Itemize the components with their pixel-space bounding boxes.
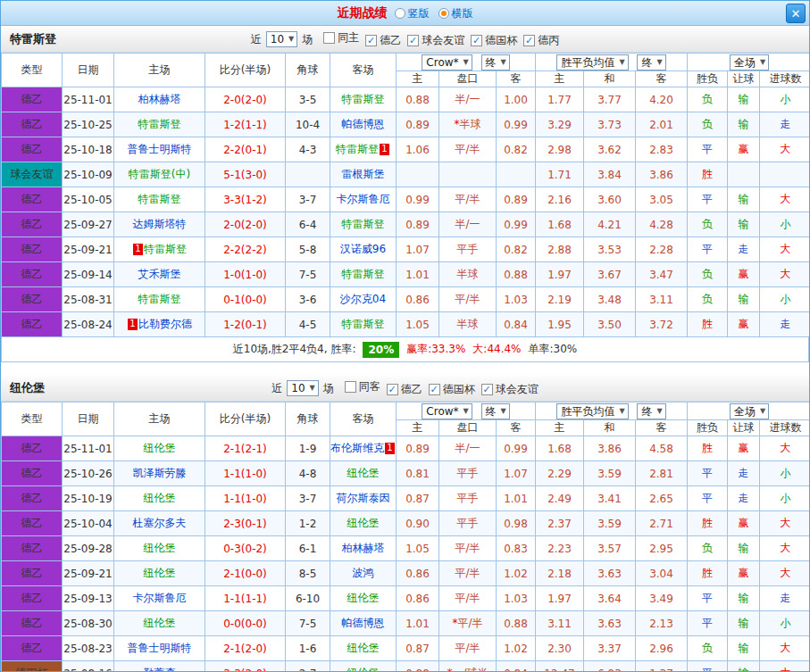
recent-results-window: 近期战绩 竖版横版 ✕ 特雷斯登 近 10 ▼ 场 同主✓德乙✓球会友谊✓德国杯…: [0, 0, 810, 672]
away-team-name[interactable]: 帕德博恩: [342, 617, 385, 629]
handicap-cell: *平/半: [439, 611, 497, 636]
filter-checkbox[interactable]: ✓德乙: [365, 33, 401, 48]
away-team-name[interactable]: 纽伦堡: [347, 642, 380, 654]
match-count-select[interactable]: 10 ▼: [266, 31, 297, 47]
filter-checkbox[interactable]: 同主: [323, 30, 359, 46]
close-button[interactable]: ✕: [786, 4, 806, 23]
checkbox-label: 德乙: [380, 33, 401, 48]
result-goals-cell: 大: [760, 187, 810, 212]
final-odds-select[interactable]: 终▼: [481, 403, 510, 419]
final-odds-select[interactable]: 终▼: [637, 403, 665, 419]
home-team-name[interactable]: 勒蒂森: [144, 667, 176, 672]
filter-checkbox[interactable]: ✓德丙: [523, 33, 559, 48]
away-team-name[interactable]: 荷尔斯泰因: [337, 492, 390, 504]
home-team-name[interactable]: 普鲁士明斯特: [128, 143, 192, 155]
chevron-down-icon: ▼: [760, 59, 765, 66]
corner-cell: 4-3: [286, 137, 330, 162]
odds-away-cell: 0.82: [497, 237, 536, 262]
away-team-name[interactable]: 特雷斯登: [342, 218, 385, 230]
result-outcome-cell: 胜: [688, 162, 728, 187]
away-team-name[interactable]: 纽伦堡: [347, 667, 380, 672]
match-count-value: 10: [271, 34, 284, 45]
layout-radio[interactable]: 横版: [438, 6, 473, 21]
full-match-select[interactable]: 全场▼: [730, 403, 769, 419]
filter-checkbox[interactable]: ✓德国杯: [471, 33, 517, 48]
odds-company-select[interactable]: Crow*▼: [422, 54, 472, 71]
home-team-name[interactable]: 普鲁士明斯特: [128, 642, 192, 654]
filter-checkbox[interactable]: ✓球会友谊: [407, 33, 464, 48]
away-team-name[interactable]: 沙尔克04: [340, 293, 386, 305]
corner-cell: 7-5: [286, 262, 330, 287]
home-team-name[interactable]: 纽伦堡: [144, 492, 176, 504]
home-team-name[interactable]: 纽伦堡: [144, 442, 176, 454]
away-team-name[interactable]: 纽伦堡: [347, 592, 380, 604]
home-team-name[interactable]: 特雷斯登: [138, 293, 181, 305]
match-date-cell: 25-10-26: [63, 461, 114, 486]
final-odds-select[interactable]: 终▼: [637, 54, 665, 71]
away-team-name[interactable]: 汉诺威96: [340, 243, 386, 255]
home-team-name[interactable]: 特雷斯登: [138, 193, 181, 205]
odds-company-select[interactable]: Crow*▼: [422, 403, 472, 419]
avg-home-cell: 2.23: [536, 536, 584, 561]
final-odds-value: 终: [486, 57, 497, 68]
away-team-name[interactable]: 纽伦堡: [347, 517, 380, 529]
away-team-name[interactable]: 特雷斯登: [342, 93, 385, 105]
col-header-away: 客场: [330, 402, 397, 436]
home-team-name[interactable]: 杜塞尔多夫: [133, 517, 187, 529]
home-team-name[interactable]: 卡尔斯鲁厄: [133, 592, 187, 604]
filter-checkbox[interactable]: ✓德国杯: [429, 382, 475, 397]
result-outcome-cell: 负: [688, 287, 728, 312]
home-team-name[interactable]: 比勒费尔德: [138, 318, 192, 330]
avg-home-cell: 2.18: [536, 561, 584, 586]
avg-odds-select[interactable]: 胜平负均值▼: [556, 54, 628, 71]
score-cell: 5-1(3-0): [205, 162, 286, 187]
away-team-name[interactable]: 卡尔斯鲁厄: [337, 193, 390, 205]
handicap-cell: 半/一: [439, 212, 497, 237]
away-team-name[interactable]: 纽伦堡: [347, 467, 380, 479]
odds-home-cell: 0.87: [397, 486, 439, 511]
full-match-select[interactable]: 全场▼: [730, 54, 769, 71]
result-outcome-cell: 平: [688, 586, 728, 611]
home-team-name[interactable]: 艾禾斯堡: [138, 268, 181, 280]
avg-home-cell: 2.88: [536, 237, 584, 262]
filter-bar: 近 10 ▼ 场 同客✓德乙✓德国杯✓球会友谊: [1, 375, 809, 402]
away-team-name[interactable]: 特雷斯登: [336, 143, 379, 155]
home-team-name[interactable]: 纽伦堡: [144, 567, 176, 579]
score-cell: 2-1(2-1): [205, 436, 286, 461]
away-team-name[interactable]: 帕德博恩: [342, 118, 385, 130]
away-team-name[interactable]: 柏林赫塔: [342, 542, 385, 554]
away-team-name[interactable]: 波鸿: [353, 567, 374, 579]
away-team-cell: 汉诺威96: [330, 237, 397, 262]
home-team-name[interactable]: 达姆斯塔特: [133, 218, 187, 230]
away-team-cell: 特雷斯登: [330, 87, 397, 112]
score-cell: 1-2(0-1): [205, 312, 286, 337]
filter-checkbox[interactable]: ✓德乙: [387, 382, 422, 397]
chevron-down-icon: ▼: [656, 59, 662, 66]
result-goals-cell: 大: [760, 536, 810, 561]
league-type-cell: 德乙: [2, 237, 63, 262]
home-team-name[interactable]: 纽伦堡: [144, 617, 176, 629]
home-team-name[interactable]: 特雷斯登(中): [129, 168, 190, 180]
home-team-name[interactable]: 纽伦堡: [144, 542, 176, 554]
filter-checkbox[interactable]: ✓球会友谊: [481, 382, 539, 397]
filter-checkbox[interactable]: 同客: [345, 379, 380, 394]
home-team-name[interactable]: 特雷斯登: [138, 118, 181, 130]
home-team-name[interactable]: 特雷斯登: [144, 243, 187, 255]
final-odds-select[interactable]: 终▼: [481, 54, 510, 71]
away-team-cell: 特雷斯登: [330, 312, 397, 337]
odds-home-cell: 0.89: [397, 212, 439, 237]
away-team-name[interactable]: 特雷斯登: [342, 318, 385, 330]
match-count-select[interactable]: 10 ▼: [287, 380, 318, 396]
away-team-name[interactable]: 布伦斯维克: [330, 442, 384, 454]
away-team-name[interactable]: 雷根斯堡: [342, 168, 385, 180]
home-team-cell: 普鲁士明斯特: [114, 636, 205, 661]
away-team-name[interactable]: 特雷斯登: [342, 268, 385, 280]
layout-radio[interactable]: 竖版: [395, 6, 430, 21]
avg-odds-select[interactable]: 胜平负均值▼: [556, 403, 628, 419]
match-date-cell: 25-08-16: [63, 661, 114, 672]
league-type-cell: 德乙: [2, 586, 63, 611]
home-team-name[interactable]: 柏林赫塔: [138, 93, 181, 105]
avg-draw-cell: 3.63: [584, 611, 636, 636]
home-team-name[interactable]: 凯泽斯劳滕: [133, 467, 187, 479]
odds-home-cell: 0.90: [397, 511, 439, 536]
